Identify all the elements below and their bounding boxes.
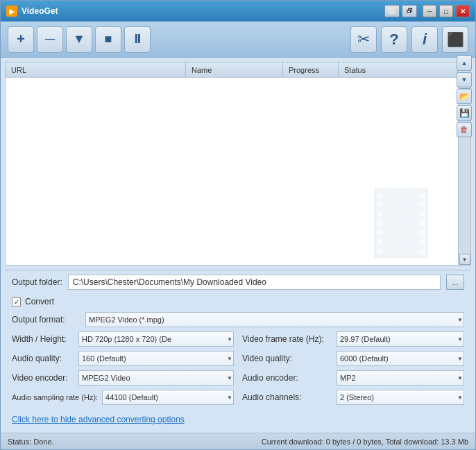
form-grid-row5: Audio sampling rate (Hz): 44100 (Default… [12,390,464,405]
svg-rect-14 [420,239,425,244]
svg-rect-6 [377,230,382,235]
svg-rect-3 [377,202,382,207]
output-folder-row: Output folder: ... [5,270,471,294]
video-frame-rate-select[interactable]: 29.97 (Default) [337,331,464,347]
audio-channels-select-wrapper: 2 (Stereo) ▼ [337,390,464,405]
col-status-header: Status [339,62,458,77]
audio-channels-label: Audio channels: [242,392,332,402]
info-button[interactable]: i [411,26,438,53]
help-button[interactable]: ? [381,26,407,53]
audio-sampling-row: Audio sampling rate (Hz): 44100 (Default… [12,390,234,405]
table-header: URL Name Progress Status [6,62,470,78]
output-folder-label: Output folder: [12,277,62,287]
audio-quality-select[interactable]: 160 (Default) [78,351,234,366]
svg-rect-11 [420,211,425,216]
svg-rect-5 [377,221,382,226]
audio-encoder-row: Audio encoder: MP2 ▼ [242,370,464,386]
video-quality-select[interactable]: 6000 (Default) [337,351,464,366]
remove-button[interactable]: ─ [37,26,63,53]
output-format-label: Output format: [12,315,81,324]
svg-rect-16 [385,193,418,211]
minimize-icon-btn[interactable]: ⬜ [384,5,400,17]
output-format-row: Output format: MPEG2 Video (*.mpg) ▼ [12,312,464,327]
audio-encoder-select-wrapper: MP2 ▼ [337,370,464,386]
pause-button[interactable]: ⏸ [124,26,151,53]
save-button[interactable]: 💾 [457,105,472,121]
advanced-options-link[interactable]: Click here to hide advanced converting o… [12,415,185,424]
add-button[interactable]: + [8,26,34,53]
audio-quality-select-wrapper: 160 (Default) ▼ [78,351,234,366]
output-format-select-wrapper: MPEG2 Video (*.mpg) ▼ [85,312,464,327]
video-quality-select-wrapper: 6000 (Default) ▼ [337,351,464,366]
download-info-text: Current download: 0 bytes / 0 bytes, Tot… [262,438,468,446]
svg-rect-4 [377,211,382,216]
toolbar: + ─ ▼ ■ ⏸ ✂ ? i ⬛ [1,21,475,58]
side-action-buttons: ▲ ▼ 📂 💾 🗑 [457,58,472,137]
output-folder-input[interactable] [68,275,441,290]
video-encoder-select-wrapper: MPEG2 Video ▼ [78,370,234,386]
window-title: VideoGet [22,6,384,16]
svg-rect-18 [385,235,418,252]
table-body: ▲ ▼ [6,78,470,265]
svg-rect-8 [377,249,382,254]
audio-sampling-label: Audio sampling rate (Hz): [12,393,98,401]
video-frame-rate-row: Video frame rate (Hz): 29.97 (Default) ▼ [242,331,464,347]
scroll-down-arrow[interactable]: ▼ [459,254,470,265]
svg-rect-12 [420,221,425,226]
main-window: ▶ VideoGet ⬜ 🗗 ─ □ ✕ + ─ ▼ ■ ⏸ ✂ ? i ⬛ [0,0,476,450]
video-quality-label: Video quality: [242,354,332,363]
close-button[interactable]: ✕ [456,5,470,17]
col-url-header: URL [6,62,186,77]
width-height-row: Width / Height: HD 720p (1280 x 720) (De… [12,331,234,347]
stop-button[interactable]: ■ [95,26,121,53]
convert-section: ✓ Convert Output format: MPEG2 Video (*.… [5,294,471,429]
video-encoder-row: Video encoder: MPEG2 Video ▼ [12,370,234,386]
exit-button[interactable]: ⬛ [442,26,468,53]
delete-button[interactable]: 🗑 [457,122,472,137]
app-icon: ▶ [6,6,17,17]
title-bar: ▶ VideoGet ⬜ 🗗 ─ □ ✕ [1,1,475,21]
svg-rect-13 [420,230,425,235]
convert-checkbox[interactable]: ✓ [12,297,21,306]
audio-encoder-label: Audio encoder: [242,373,332,383]
svg-rect-10 [420,202,425,207]
audio-quality-row: Audio quality: 160 (Default) ▼ [12,351,234,366]
form-grid-row2: Width / Height: HD 720p (1280 x 720) (De… [12,331,464,347]
audio-channels-row: Audio channels: 2 (Stereo) ▼ [242,390,464,405]
col-progress-header: Progress [283,62,339,77]
audio-sampling-select[interactable]: 44100 (Default) [102,390,234,405]
audio-channels-select[interactable]: 2 (Stereo) [337,390,464,405]
form-grid-row4: Video encoder: MPEG2 Video ▼ Audio encod… [12,370,464,386]
svg-rect-17 [385,214,418,232]
download-table: URL Name Progress Status [5,62,471,266]
svg-rect-9 [420,193,425,198]
settings-button[interactable]: ✂ [350,26,377,53]
svg-rect-7 [377,239,382,244]
width-height-select-wrapper: HD 720p (1280 x 720) (De ▼ [78,331,234,347]
width-height-select[interactable]: HD 720p (1280 x 720) (De [78,331,234,347]
audio-quality-label: Audio quality: [12,354,74,363]
video-encoder-select[interactable]: MPEG2 Video [78,370,234,386]
download-button[interactable]: ▼ [66,26,92,53]
move-down-button[interactable]: ▼ [457,72,472,87]
checkbox-check-icon: ✓ [14,298,19,306]
toolbar-right: ✂ ? i ⬛ [350,26,468,53]
move-up-button[interactable]: ▲ [457,58,472,71]
width-height-label: Width / Height: [12,334,74,344]
video-frame-rate-label: Video frame rate (Hz): [242,334,332,344]
browse-button[interactable]: ... [446,275,464,290]
audio-sampling-select-wrapper: 44100 (Default) ▼ [102,390,234,405]
main-area: URL Name Progress Status [1,58,475,433]
restore-icon-btn[interactable]: 🗗 [402,5,417,17]
audio-encoder-select[interactable]: MP2 [337,370,464,386]
col-name-header: Name [186,62,283,77]
form-grid-row3: Audio quality: 160 (Default) ▼ Video qua… [12,351,464,366]
minimize-button[interactable]: ─ [423,5,436,17]
output-format-select[interactable]: MPEG2 Video (*.mpg) [85,312,464,327]
maximize-button[interactable]: □ [439,5,453,17]
video-frame-rate-select-wrapper: 29.97 (Default) ▼ [337,331,464,347]
svg-rect-15 [420,249,425,254]
window-controls: ⬜ 🗗 ─ □ ✕ [384,5,470,17]
open-folder-button[interactable]: 📂 [457,89,472,104]
toolbar-left: + ─ ▼ ■ ⏸ [8,26,348,53]
